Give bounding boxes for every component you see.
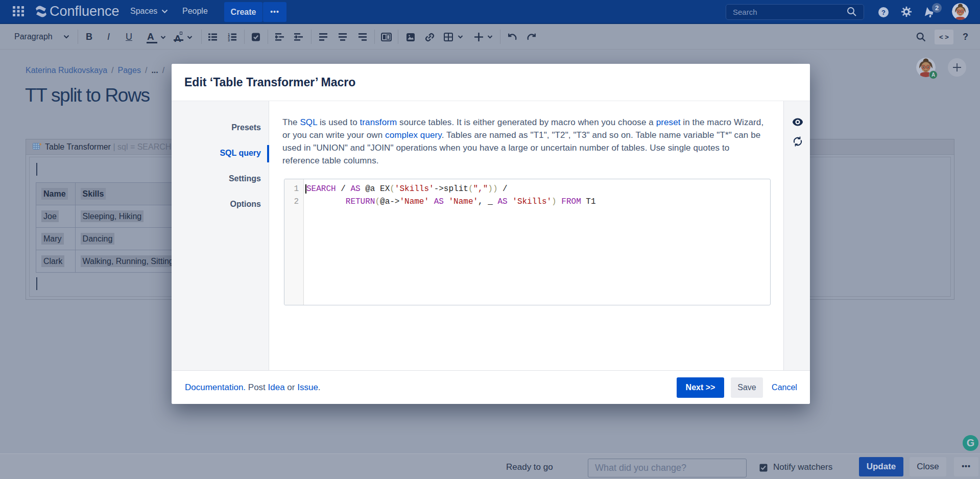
svg-text:3: 3	[228, 38, 230, 42]
svg-text:?: ?	[881, 9, 886, 16]
